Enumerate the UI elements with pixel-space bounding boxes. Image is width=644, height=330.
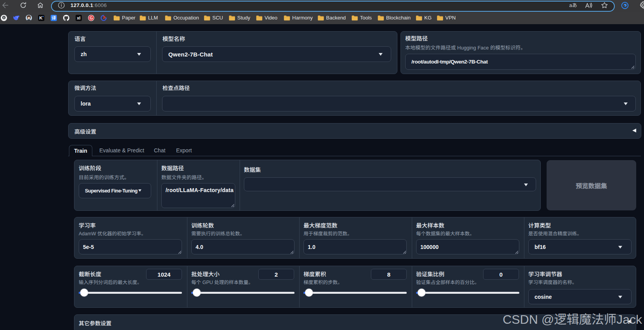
svg-text:译: 译	[51, 15, 56, 21]
svg-text:K: K	[39, 16, 43, 20]
svg-text:G: G	[90, 16, 93, 20]
svg-text:xl: xl	[77, 16, 81, 20]
